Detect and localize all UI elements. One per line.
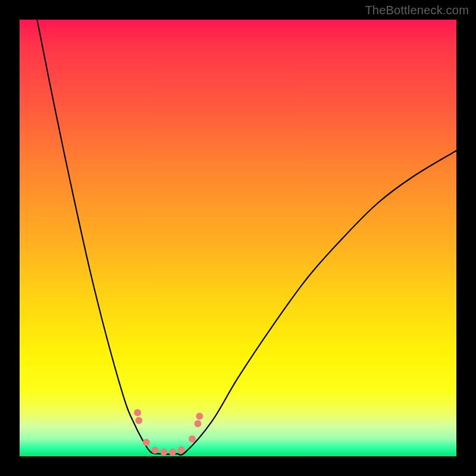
valley-marker — [196, 412, 203, 419]
valley-markers — [134, 409, 203, 456]
valley-marker — [152, 447, 159, 454]
valley-marker — [134, 409, 141, 416]
valley-marker — [178, 446, 185, 453]
valley-marker — [189, 436, 196, 443]
curve-path — [37, 20, 456, 455]
valley-marker — [143, 439, 150, 446]
valley-marker — [194, 420, 201, 427]
valley-marker — [135, 417, 142, 424]
attribution-text: TheBottleneck.com — [365, 4, 469, 17]
bottleneck-curve — [20, 20, 456, 456]
chart-frame: TheBottleneck.com — [0, 0, 476, 476]
valley-marker — [169, 449, 176, 456]
valley-marker — [160, 449, 167, 456]
plot-area — [20, 20, 456, 456]
